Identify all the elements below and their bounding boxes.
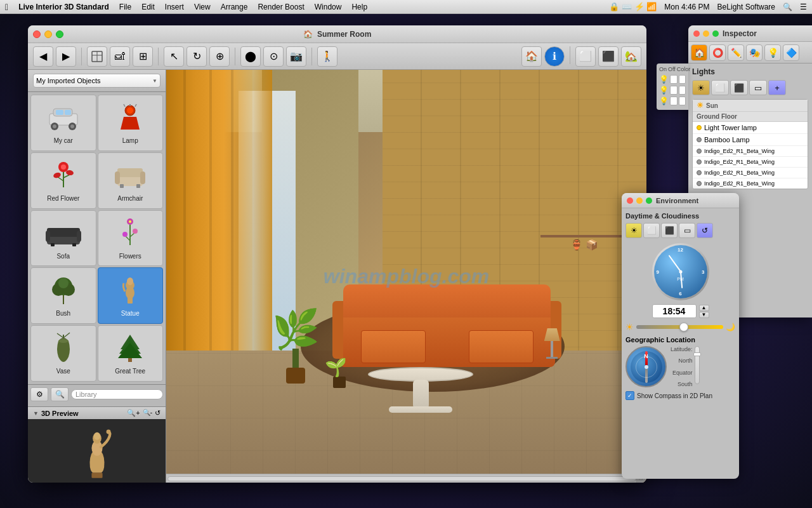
env-close-button[interactable]	[627, 197, 633, 204]
back-button[interactable]: ◀	[33, 46, 53, 67]
rotate-tool[interactable]: ↻	[187, 46, 207, 67]
brightness-slider[interactable]	[636, 325, 723, 329]
inspector-maximize-button[interactable]	[712, 30, 719, 37]
color-swatch-3[interactable]	[679, 97, 686, 105]
menu-file[interactable]: File	[119, 3, 131, 11]
lights-item-2[interactable]: Bamboo Lamp	[693, 134, 808, 146]
object-item-statue[interactable]: Statue	[98, 267, 164, 324]
inspector-tab-3[interactable]: ✏️	[728, 44, 744, 61]
add-wall-light[interactable]: ⬛	[730, 80, 748, 95]
time-input-field[interactable]: 18:54	[652, 304, 697, 318]
menu-window[interactable]: Window	[315, 3, 342, 11]
objects-dropdown[interactable]: My Imported Objects ▼	[33, 74, 160, 88]
time-up-button[interactable]: ▲	[699, 305, 709, 311]
lights-item-1[interactable]: Light Tower lamp	[693, 122, 808, 134]
object-item-red-flower[interactable]: Red Flower	[30, 152, 96, 209]
svg-point-6	[53, 124, 56, 128]
move-tool[interactable]: ⊕	[209, 46, 230, 67]
env-cloudy-button[interactable]: ⬜	[643, 223, 660, 238]
on-checkbox-2[interactable]	[670, 86, 678, 95]
on-checkbox-3[interactable]	[670, 97, 678, 105]
object-item-bush[interactable]: Bush	[30, 267, 96, 324]
furniture-button[interactable]: 🛋	[110, 46, 130, 67]
on-checkbox-1[interactable]	[670, 75, 678, 84]
inspector-minimize-button[interactable]	[703, 30, 709, 37]
inspector-tab-4[interactable]: 🎭	[746, 44, 763, 61]
environment-title: Environment	[656, 197, 698, 204]
forward-button[interactable]: ▶	[56, 46, 76, 67]
object-item-flowers[interactable]: Flowers	[98, 210, 164, 267]
object-label-sofa: Sofa	[56, 253, 70, 260]
menu-help[interactable]: Help	[351, 3, 367, 11]
search-bar[interactable]: Library	[71, 389, 163, 399]
onoff-header: On Off Color	[659, 66, 686, 72]
horizontal-scrollbar-track[interactable]	[167, 476, 636, 481]
time-down-button[interactable]: ▼	[699, 312, 709, 318]
object-item-great-tree[interactable]: Great Tree	[98, 325, 164, 382]
zoom-out-icon[interactable]: 🔍-	[143, 409, 152, 417]
add-light-button[interactable]: ☀	[692, 80, 710, 95]
object-item-lamp[interactable]: Lamp	[98, 95, 164, 151]
close-button[interactable]	[33, 30, 41, 38]
object-item-my-car[interactable]: My car	[30, 95, 96, 151]
info-button[interactable]: ℹ	[544, 46, 565, 67]
add-floor-light[interactable]: ▭	[749, 80, 767, 95]
reset-view-icon[interactable]: ↺	[155, 409, 160, 417]
zoom-in-icon[interactable]: 🔍+	[127, 409, 140, 417]
color-swatch-1[interactable]	[679, 75, 686, 84]
notification-icon[interactable]: ☰	[800, 3, 807, 11]
lights-item-5[interactable]: Indigo_Ed2_R1_Beta_Wing	[693, 168, 808, 178]
minimize-button[interactable]	[44, 30, 52, 38]
env-refresh-button[interactable]: ↺	[697, 223, 713, 238]
menu-edit[interactable]: Edit	[141, 3, 155, 11]
color-label: Color	[677, 66, 691, 72]
inspector-tab-5[interactable]: 💡	[764, 44, 781, 61]
object-item-armchair[interactable]: Armchair	[98, 152, 164, 209]
settings-tool-button[interactable]: ⚙	[30, 387, 48, 401]
menu-view[interactable]: View	[194, 3, 211, 11]
3d-viewport[interactable]: 🌿 🌱 🏺📦	[166, 70, 646, 483]
env-minimize-button[interactable]	[636, 197, 643, 204]
plan-view-button[interactable]: ⬜	[575, 46, 596, 67]
env-overcast-button[interactable]: ⬛	[661, 223, 678, 238]
inspector-tab-1[interactable]: 🏠	[691, 44, 707, 61]
apple-menu[interactable]: 	[5, 2, 8, 12]
menu-render[interactable]: Render Boost	[258, 3, 304, 11]
inspector-tab-2[interactable]: ⭕	[709, 44, 726, 61]
env-night-button[interactable]: ▭	[679, 223, 695, 238]
lights-item-3[interactable]: Indigo_Ed2_R1_Beta_Wing	[693, 146, 808, 157]
object-item-sofa[interactable]: Sofa	[30, 210, 96, 267]
latitude-slider-track[interactable]	[695, 346, 700, 384]
search-tool-button[interactable]: 🔍	[51, 387, 69, 401]
show-compass-checkbox[interactable]: ✓	[625, 391, 634, 400]
camera-tool[interactable]: ⊙	[263, 46, 284, 67]
menu-insert[interactable]: Insert	[165, 3, 184, 11]
lights-item-6[interactable]: Indigo_Ed2_R1_Beta_Wing	[693, 178, 808, 189]
floor-plan-button[interactable]	[87, 46, 107, 67]
inspector-tab-6[interactable]: 🔷	[783, 44, 799, 61]
circle-tool[interactable]: ⬤	[240, 46, 261, 67]
walk-tool[interactable]: 🚶	[317, 46, 337, 67]
env-sun-button[interactable]: ☀	[625, 223, 642, 238]
elevation-button[interactable]: ⬛	[598, 46, 619, 67]
maximize-button[interactable]	[56, 30, 63, 38]
spotlight-icon[interactable]: 🔍	[783, 3, 792, 11]
view-button[interactable]: ⊞	[133, 46, 153, 67]
lights-item-4[interactable]: Indigo_Ed2_R1_Beta_Wing	[693, 157, 808, 168]
add-new-light-button[interactable]: +	[768, 80, 786, 95]
snapshot-tool[interactable]: 📷	[286, 46, 306, 67]
menu-arrange[interactable]: Arrange	[221, 3, 248, 11]
select-tool[interactable]: ↖	[164, 46, 184, 67]
color-swatch-2[interactable]	[679, 86, 686, 95]
north-label: North	[671, 358, 693, 364]
object-item-vase[interactable]: Vase	[30, 325, 96, 382]
inspector-close-button[interactable]	[693, 30, 700, 37]
env-maximize-button[interactable]	[646, 197, 652, 204]
viewport-scrollbar[interactable]: ⊡	[166, 474, 646, 483]
add-ceiling-light[interactable]: ⬜	[711, 80, 729, 95]
3d-view-button[interactable]: 🏠	[521, 46, 542, 67]
home-view-button[interactable]: 🏡	[621, 46, 641, 67]
brightness-thumb[interactable]	[679, 323, 688, 331]
latitude-slider-thumb[interactable]	[693, 352, 701, 356]
equator-label: Equator	[671, 370, 693, 376]
